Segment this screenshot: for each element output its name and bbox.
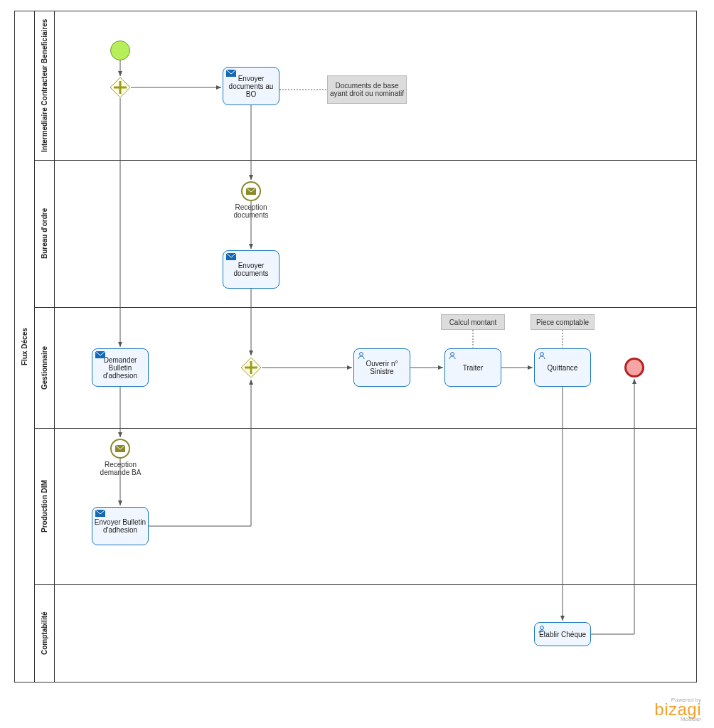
footer-brand: bizagi	[654, 703, 701, 716]
sequence-flows	[0, 0, 714, 728]
footer-branding: Powered by bizagi Modeler	[654, 697, 701, 722]
bpmn-diagram: Flux Déces Intermediaire Contracteur Ben…	[0, 0, 714, 728]
